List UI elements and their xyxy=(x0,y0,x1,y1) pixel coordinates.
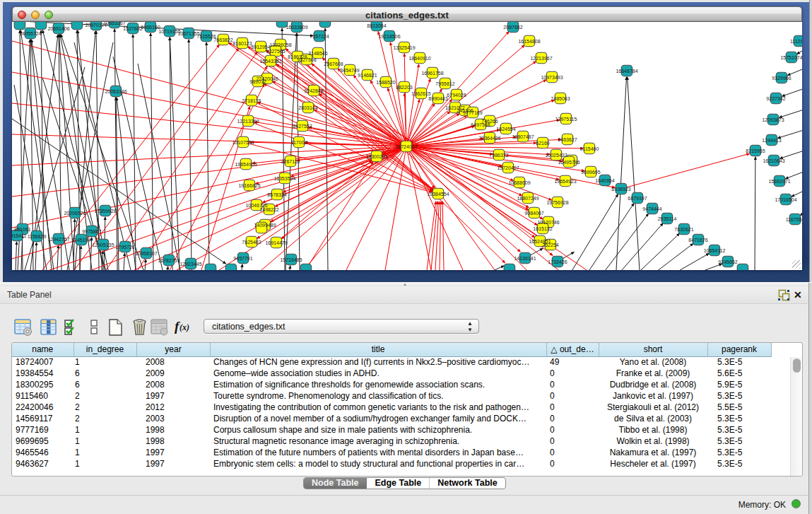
svg-text:6794028: 6794028 xyxy=(447,93,466,98)
svg-text:16210643: 16210643 xyxy=(763,158,784,163)
svg-text:10973493: 10973493 xyxy=(541,75,563,80)
svg-text:20053346: 20053346 xyxy=(105,89,126,94)
svg-text:1527602: 1527602 xyxy=(123,26,142,31)
svg-text:18300295: 18300295 xyxy=(365,154,387,159)
svg-text:8471676: 8471676 xyxy=(688,238,707,243)
svg-text:9227342: 9227342 xyxy=(766,96,785,101)
svg-text:11353594: 11353594 xyxy=(274,176,296,181)
svg-text:1145194: 1145194 xyxy=(72,238,91,243)
svg-text:9463627: 9463627 xyxy=(558,137,577,142)
svg-text:1733426: 1733426 xyxy=(548,259,567,264)
svg-text:(x): (x) xyxy=(180,322,189,332)
svg-text:12093873: 12093873 xyxy=(762,117,784,122)
svg-text:9146821: 9146821 xyxy=(358,73,377,78)
svg-text:10120746: 10120746 xyxy=(537,220,559,225)
svg-text:19166825: 19166825 xyxy=(238,183,260,188)
svg-text:9457791: 9457791 xyxy=(233,256,252,261)
svg-text:12942757: 12942757 xyxy=(47,237,69,242)
svg-text:19654923: 19654923 xyxy=(554,179,576,184)
svg-text:10688609: 10688609 xyxy=(508,180,530,185)
svg-text:9327505: 9327505 xyxy=(266,49,285,54)
svg-text:9242848: 9242848 xyxy=(304,88,323,93)
svg-text:2148546: 2148546 xyxy=(308,51,327,56)
svg-text:10653267: 10653267 xyxy=(103,22,125,25)
svg-text:18640910: 18640910 xyxy=(408,56,430,61)
svg-text:20691406: 20691406 xyxy=(47,26,69,31)
svg-text:851061: 851061 xyxy=(14,227,30,232)
svg-text:62160: 62160 xyxy=(536,141,550,146)
svg-text:8160123: 8160123 xyxy=(233,41,252,46)
svg-text:16914479: 16914479 xyxy=(265,240,287,245)
svg-text:8427552: 8427552 xyxy=(293,124,312,129)
svg-text:10654112: 10654112 xyxy=(704,248,726,253)
svg-text:16961758: 16961758 xyxy=(421,71,443,76)
svg-text:7986372: 7986372 xyxy=(489,153,508,158)
svg-text:9245652: 9245652 xyxy=(718,259,737,264)
svg-text:12923445: 12923445 xyxy=(180,262,201,267)
svg-text:13226058: 13226058 xyxy=(269,42,291,47)
svg-text:3915411: 3915411 xyxy=(12,233,26,238)
svg-text:15692971: 15692971 xyxy=(768,179,790,184)
svg-text:10107554: 10107554 xyxy=(232,140,254,145)
svg-text:14136141: 14136141 xyxy=(514,256,536,261)
svg-text:16033809: 16033809 xyxy=(286,25,307,30)
svg-text:15751074: 15751074 xyxy=(780,55,802,60)
svg-text:2087682: 2087682 xyxy=(503,25,522,30)
svg-text:17359928: 17359928 xyxy=(94,209,116,214)
svg-text:7625402: 7625402 xyxy=(242,240,261,245)
svg-text:6497568: 6497568 xyxy=(471,122,490,127)
svg-text:1498222: 1498222 xyxy=(259,207,278,212)
svg-text:19654905: 19654905 xyxy=(235,162,257,167)
svg-text:19384554: 19384554 xyxy=(427,192,449,197)
svg-text:20206526: 20206526 xyxy=(64,211,86,216)
svg-text:1112905: 1112905 xyxy=(790,39,802,44)
svg-text:1588520: 1588520 xyxy=(376,80,395,85)
svg-text:10958107: 10958107 xyxy=(135,251,157,256)
svg-text:7485063: 7485063 xyxy=(551,96,570,101)
svg-text:8813054: 8813054 xyxy=(367,23,386,28)
svg-text:8990443: 8990443 xyxy=(428,96,447,101)
svg-text:9115460: 9115460 xyxy=(580,146,599,151)
svg-text:12213967: 12213967 xyxy=(530,56,552,61)
svg-text:9699695: 9699695 xyxy=(581,170,600,175)
svg-text:9777169: 9777169 xyxy=(463,110,482,115)
svg-text:8678334: 8678334 xyxy=(267,192,286,197)
svg-text:3267110: 3267110 xyxy=(281,159,300,164)
svg-text:14055724: 14055724 xyxy=(19,31,41,36)
svg-text:9327508: 9327508 xyxy=(297,57,316,62)
svg-text:9975867: 9975867 xyxy=(82,229,101,234)
svg-text:252254: 252254 xyxy=(542,243,558,247)
svg-text:16543382: 16543382 xyxy=(259,59,281,64)
svg-text:117004: 117004 xyxy=(291,140,307,145)
svg-text:8215955: 8215955 xyxy=(746,148,765,153)
svg-text:1244413: 1244413 xyxy=(762,138,781,143)
svg-text:8938923: 8938923 xyxy=(611,187,630,192)
svg-text:19218506: 19218506 xyxy=(378,34,400,39)
svg-text:15716485: 15716485 xyxy=(280,257,302,262)
svg-text:1624554: 1624554 xyxy=(496,127,515,132)
svg-text:8454749: 8454749 xyxy=(340,68,359,73)
svg-text:16782759: 16782759 xyxy=(158,258,180,263)
svg-text:15720407: 15720407 xyxy=(497,165,519,170)
svg-text:7357224: 7357224 xyxy=(310,34,329,39)
svg-text:9329966: 9329966 xyxy=(772,76,791,81)
svg-text:12213369: 12213369 xyxy=(237,119,259,124)
svg-text:14099489: 14099489 xyxy=(254,223,276,228)
svg-text:1615132: 1615132 xyxy=(533,226,552,231)
svg-text:16648784: 16648784 xyxy=(616,69,637,74)
svg-text:2935114: 2935114 xyxy=(658,216,677,221)
svg-text:882203: 882203 xyxy=(396,85,412,90)
svg-text:9084067: 9084067 xyxy=(524,211,543,216)
svg-text:9474444: 9474444 xyxy=(642,206,661,211)
svg-text:12905135: 12905135 xyxy=(92,243,114,247)
svg-text:7632621: 7632621 xyxy=(674,227,693,232)
svg-text:989012: 989012 xyxy=(249,79,266,84)
svg-text:7955812: 7955812 xyxy=(435,81,454,86)
svg-text:16495796: 16495796 xyxy=(558,160,579,165)
svg-text:19756928: 19756928 xyxy=(546,200,568,205)
svg-text:13325419: 13325419 xyxy=(393,45,415,50)
svg-text:20364436: 20364436 xyxy=(478,136,500,141)
svg-text:2803144: 2803144 xyxy=(298,105,317,110)
svg-text:6966160: 6966160 xyxy=(141,25,160,30)
svg-text:12975115: 12975115 xyxy=(555,117,577,122)
